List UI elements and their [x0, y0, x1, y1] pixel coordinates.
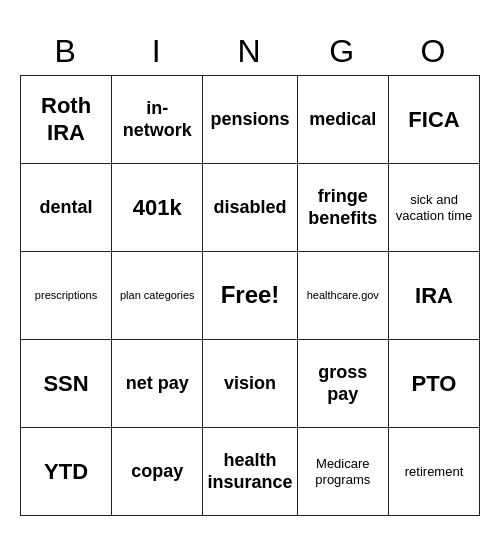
bingo-cell-2-1: plan categories — [112, 252, 203, 340]
bingo-cell-4-0: YTD — [21, 428, 112, 516]
bingo-cell-0-0: Roth IRA — [21, 76, 112, 164]
bingo-header: BINGO — [21, 28, 480, 76]
bingo-cell-4-2: health insurance — [203, 428, 297, 516]
bingo-cell-0-2: pensions — [203, 76, 297, 164]
bingo-cell-2-3: healthcare.gov — [297, 252, 389, 340]
bingo-cell-3-2: vision — [203, 340, 297, 428]
bingo-cell-4-4: retirement — [389, 428, 480, 516]
header-letter-o: O — [389, 28, 480, 76]
bingo-cell-3-0: SSN — [21, 340, 112, 428]
header-letter-g: G — [297, 28, 389, 76]
bingo-cell-1-0: dental — [21, 164, 112, 252]
header-letter-b: B — [21, 28, 112, 76]
bingo-cell-0-1: in-network — [112, 76, 203, 164]
bingo-cell-1-3: fringe benefits — [297, 164, 389, 252]
bingo-cell-1-1: 401k — [112, 164, 203, 252]
bingo-cell-4-3: Medicare programs — [297, 428, 389, 516]
bingo-body: Roth IRAin-networkpensionsmedicalFICAden… — [21, 76, 480, 516]
bingo-cell-3-3: gross pay — [297, 340, 389, 428]
bingo-row-1: dental401kdisabledfringe benefitssick an… — [21, 164, 480, 252]
bingo-cell-1-2: disabled — [203, 164, 297, 252]
bingo-cell-3-4: PTO — [389, 340, 480, 428]
bingo-cell-4-1: copay — [112, 428, 203, 516]
bingo-row-2: prescriptionsplan categoriesFree!healthc… — [21, 252, 480, 340]
bingo-cell-3-1: net pay — [112, 340, 203, 428]
bingo-card: BINGO Roth IRAin-networkpensionsmedicalF… — [20, 28, 480, 517]
bingo-cell-0-3: medical — [297, 76, 389, 164]
bingo-cell-2-4: IRA — [389, 252, 480, 340]
bingo-row-3: SSNnet payvisiongross payPTO — [21, 340, 480, 428]
bingo-cell-0-4: FICA — [389, 76, 480, 164]
bingo-row-4: YTDcopayhealth insuranceMedicare program… — [21, 428, 480, 516]
header-letter-i: I — [112, 28, 203, 76]
header-letter-n: N — [203, 28, 297, 76]
bingo-row-0: Roth IRAin-networkpensionsmedicalFICA — [21, 76, 480, 164]
bingo-cell-2-0: prescriptions — [21, 252, 112, 340]
bingo-cell-2-2: Free! — [203, 252, 297, 340]
bingo-cell-1-4: sick and vacation time — [389, 164, 480, 252]
